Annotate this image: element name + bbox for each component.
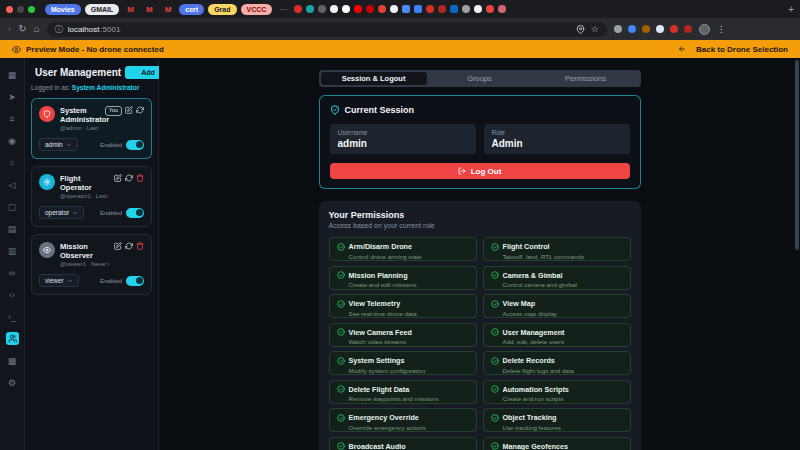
speaker-icon[interactable]: ◁ xyxy=(6,178,19,191)
tab-favicon[interactable] xyxy=(486,5,494,13)
browser-menu-icon[interactable]: ⋮ xyxy=(717,24,726,34)
tab-favicon[interactable] xyxy=(438,5,446,13)
extension-icon[interactable] xyxy=(656,25,664,33)
reset-password-icon[interactable] xyxy=(125,174,133,182)
tab-session-logout[interactable]: Session & Logout xyxy=(321,72,427,85)
delete-user-icon[interactable] xyxy=(136,242,144,250)
user-card[interactable]: System Administrator@admin · Last: 3/5/2… xyxy=(31,98,152,159)
close-button[interactable] xyxy=(6,6,13,13)
terminal-icon[interactable]: ›_ xyxy=(6,310,19,323)
url-port: :5001 xyxy=(100,25,120,34)
permission-card: Object TrackingUse tracking features xyxy=(483,408,631,432)
permissions-subtitle: Access based on your current role xyxy=(329,222,631,229)
tab-favicon[interactable] xyxy=(306,5,314,13)
gear-icon[interactable]: ⚙ xyxy=(6,376,19,389)
permission-card: Emergency OverrideOverride emergency act… xyxy=(329,408,477,432)
tab-favicon[interactable] xyxy=(462,5,470,13)
enabled-toggle[interactable] xyxy=(126,276,144,286)
user-card[interactable]: Mission Observer@viewer1 · Never logged … xyxy=(31,234,152,295)
reload-icon[interactable]: ↻ xyxy=(18,24,26,34)
tab-group-gmail[interactable]: GMAIL xyxy=(85,4,120,15)
tab-favicon[interactable] xyxy=(354,5,362,13)
tab-favicon[interactable] xyxy=(294,5,302,13)
delete-user-icon[interactable] xyxy=(136,174,144,182)
gear-icon xyxy=(43,178,51,186)
tab-favicon[interactable] xyxy=(330,5,338,13)
url-bar[interactable]: ⓘ localhost:5001 ☆ xyxy=(47,22,607,37)
role-select[interactable]: admin xyxy=(39,138,78,151)
back-icon[interactable]: ‹ xyxy=(8,24,11,34)
extension-icon[interactable] xyxy=(642,25,650,33)
keyboard-icon[interactable]: ▩ xyxy=(6,354,19,367)
tab-favicon[interactable] xyxy=(390,5,398,13)
circle-icon[interactable]: ○ xyxy=(6,156,19,169)
bookmark-star-icon[interactable]: ☆ xyxy=(591,25,599,34)
enabled-toggle[interactable] xyxy=(126,208,144,218)
profile-avatar[interactable] xyxy=(699,24,710,35)
tab-favicon[interactable] xyxy=(402,5,410,13)
tab-group-vccc[interactable]: VCCC xyxy=(241,4,273,15)
tab-group-movies[interactable]: Movies xyxy=(45,4,81,15)
gmail-tab-icon[interactable]: M xyxy=(123,5,138,14)
role-value: admin xyxy=(45,141,63,148)
tab-favicon[interactable] xyxy=(414,5,422,13)
permissions-panel: Your Permissions Access based on your cu… xyxy=(319,201,641,450)
permission-card: View MapAccess map display xyxy=(483,294,631,318)
tab-overflow-icon[interactable]: ⋯ xyxy=(276,5,290,14)
gmail-tab-icon[interactable]: M xyxy=(142,5,157,14)
shield-check-icon xyxy=(330,105,340,115)
sliders-icon[interactable]: ≡ xyxy=(6,112,19,125)
tab-favicon[interactable] xyxy=(342,5,350,13)
file-icon[interactable]: ▤ xyxy=(6,222,19,235)
extension-icon[interactable] xyxy=(614,25,622,33)
box-icon[interactable]: ▢ xyxy=(6,200,19,213)
tab-favicon[interactable] xyxy=(366,5,374,13)
book-icon[interactable]: ▥ xyxy=(6,244,19,257)
permission-card: View Camera FeedWatch video streams xyxy=(329,323,477,347)
user-card[interactable]: Flight Operator@operator1 · Last: 2/28/2… xyxy=(31,166,152,227)
tab-permissions[interactable]: Permissions xyxy=(533,72,639,85)
window-controls[interactable] xyxy=(6,6,35,13)
reset-password-icon[interactable] xyxy=(136,106,144,114)
new-tab-button[interactable]: + xyxy=(788,4,794,15)
tab-favicon[interactable] xyxy=(450,5,458,13)
role-select[interactable]: operator xyxy=(39,206,84,219)
tab-favicon[interactable] xyxy=(474,5,482,13)
edit-user-icon[interactable] xyxy=(114,174,122,182)
tab-favicon[interactable] xyxy=(426,5,434,13)
scrollbar[interactable] xyxy=(795,60,799,250)
site-info-icon[interactable]: ⓘ xyxy=(55,24,63,35)
extension-icon[interactable] xyxy=(670,25,678,33)
location-pin-icon[interactable] xyxy=(576,25,585,34)
tab-group-grad[interactable]: Grad xyxy=(208,4,236,15)
back-to-drone-selection-label: Back to Drone Selection xyxy=(696,45,788,54)
app-frame: ▦➤≡◉○◁▢▤▥∞‹››_▩⚙ User Management Add Log… xyxy=(0,58,800,450)
field-value: admin xyxy=(338,138,468,149)
log-out-button[interactable]: Log Out xyxy=(330,163,630,179)
send-icon[interactable]: ➤ xyxy=(6,90,19,103)
gmail-tab-icon[interactable]: M xyxy=(161,5,176,14)
role-select[interactable]: viewer xyxy=(39,274,79,287)
tab-favicon[interactable] xyxy=(498,5,506,13)
edit-user-icon[interactable] xyxy=(125,106,133,114)
edit-user-icon[interactable] xyxy=(114,242,122,250)
tab-group-cert[interactable]: cert xyxy=(179,4,204,15)
link-icon[interactable]: ∞ xyxy=(6,266,19,279)
dashboard-icon[interactable]: ▦ xyxy=(6,68,19,81)
reset-password-icon[interactable] xyxy=(125,242,133,250)
home-icon[interactable]: ⌂ xyxy=(34,24,40,34)
tab-favicon[interactable] xyxy=(378,5,386,13)
minimize-button[interactable] xyxy=(17,6,24,13)
back-to-drone-selection-button[interactable]: Back to Drone Selection xyxy=(678,45,788,54)
code-icon[interactable]: ‹› xyxy=(6,288,19,301)
status-dot-icon[interactable]: ◉ xyxy=(6,134,19,147)
extension-icon[interactable] xyxy=(684,25,692,33)
permission-desc: Watch video streams xyxy=(349,338,469,345)
add-user-button[interactable]: Add xyxy=(125,66,161,79)
tab-favicon[interactable] xyxy=(318,5,326,13)
zoom-button[interactable] xyxy=(28,6,35,13)
enabled-toggle[interactable] xyxy=(126,140,144,150)
tab-groups[interactable]: Groups xyxy=(427,72,533,85)
users-icon[interactable] xyxy=(6,332,19,345)
extension-icon[interactable] xyxy=(628,25,636,33)
